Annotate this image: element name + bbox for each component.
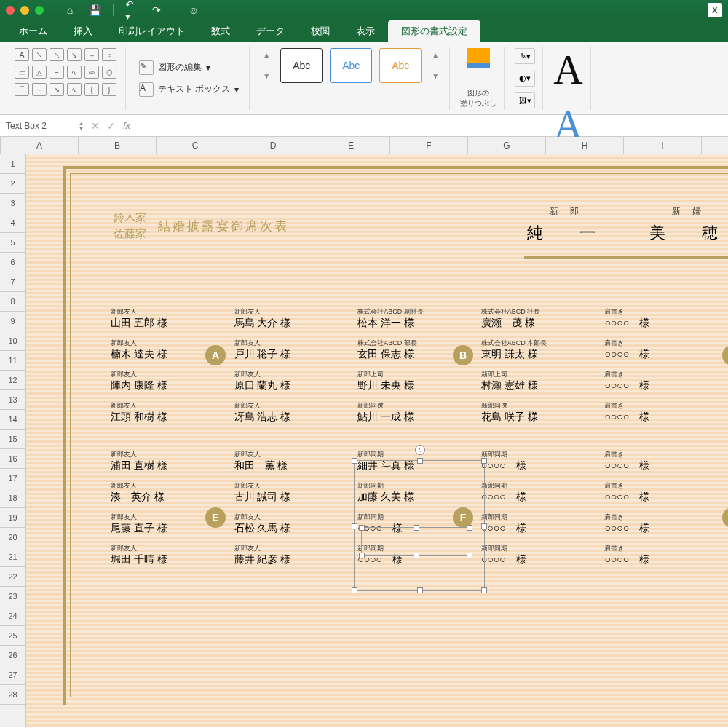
col-header[interactable]: E — [312, 137, 390, 154]
fx-icon[interactable]: fx — [123, 120, 130, 131]
col-header[interactable]: D — [234, 137, 312, 154]
col-header[interactable]: I — [624, 137, 702, 154]
edit-shape-button[interactable]: ✎図形の編集 ▾ — [136, 59, 242, 76]
resize-handle[interactable] — [414, 525, 419, 531]
shape-textbox-icon[interactable]: A — [15, 48, 29, 61]
home-icon[interactable]: ⌂ — [63, 4, 76, 17]
minimize-icon[interactable] — [20, 6, 29, 15]
shape-oval-icon[interactable]: ○ — [102, 48, 116, 61]
shapes-gallery[interactable]: A＼＼↘→○ ▭△⌐∿⇨⬡ ⌒⌣∿∿{} — [7, 47, 126, 110]
shape-arc-icon[interactable]: ⌒ — [15, 83, 29, 96]
close-icon[interactable] — [6, 6, 15, 15]
tab-shape-format[interactable]: 図形の書式設定 — [388, 20, 480, 42]
tab-formulas[interactable]: 数式 — [198, 20, 243, 42]
selection-box-outer[interactable]: ↻ — [354, 460, 485, 591]
shape-style-3[interactable]: Abc — [379, 48, 422, 83]
resize-handle[interactable] — [352, 458, 357, 464]
shape-curve2-icon[interactable]: ∿ — [50, 83, 64, 96]
row-header[interactable]: 7 — [0, 272, 25, 292]
row-header[interactable]: 5 — [0, 233, 25, 253]
col-header[interactable]: F — [390, 137, 468, 154]
row-header[interactable]: 27 — [0, 665, 25, 685]
row-header[interactable]: 16 — [0, 449, 25, 469]
row-header[interactable]: 1 — [0, 154, 25, 174]
shape-arc2-icon[interactable]: ⌣ — [32, 83, 47, 96]
shape-style-2[interactable]: Abc — [330, 48, 372, 83]
shape-curve3-icon[interactable]: ∿ — [67, 83, 82, 96]
resize-handle[interactable] — [417, 458, 423, 464]
wordart-style-1[interactable]: A — [553, 47, 582, 93]
name-box-spinner[interactable]: ▲▼ — [79, 121, 84, 131]
rotate-handle-icon[interactable]: ↻ — [415, 445, 425, 455]
shape-brace-r-icon[interactable]: } — [102, 83, 116, 96]
save-icon[interactable]: 💾 — [88, 4, 101, 17]
tab-home[interactable]: ホーム — [6, 20, 60, 42]
resize-handle[interactable] — [481, 587, 487, 593]
tab-review[interactable]: 校閲 — [298, 20, 343, 42]
shape-block-arrow-icon[interactable]: ⇨ — [84, 66, 99, 79]
gallery-down-icon[interactable]: ▼ — [263, 72, 270, 80]
text-box-button[interactable]: Aテキスト ボックス ▾ — [136, 81, 242, 98]
row-header[interactable]: 11 — [0, 351, 25, 371]
shape-effects-button[interactable]: ◐▾ — [515, 71, 535, 87]
row-header[interactable]: 3 — [0, 194, 25, 213]
shape-curve-icon[interactable]: ∿ — [67, 66, 82, 79]
shape-hex-icon[interactable]: ⬡ — [102, 66, 116, 79]
resize-handle[interactable] — [359, 553, 365, 558]
cell-area[interactable]: 鈴木家佐藤家 結婚披露宴御席次表 新 郎純 一 新 婦美 穂 ABCEFG新郎友… — [26, 154, 728, 727]
shape-line2-icon[interactable]: ＼ — [50, 48, 64, 61]
row-header[interactable]: 8 — [0, 292, 25, 312]
redo-icon[interactable]: ↷ — [150, 4, 163, 17]
undo-icon[interactable]: ↶ ▾ — [125, 4, 138, 17]
row-header[interactable]: 6 — [0, 253, 25, 272]
row-header[interactable]: 20 — [0, 528, 25, 547]
shape-connector-icon[interactable]: ↘ — [67, 48, 82, 61]
shape-tri-icon[interactable]: △ — [32, 66, 47, 79]
row-header[interactable]: 22 — [0, 567, 25, 587]
resize-handle[interactable] — [414, 553, 419, 558]
row-header[interactable]: 13 — [0, 390, 25, 410]
resize-handle[interactable] — [467, 525, 472, 531]
smiley-icon[interactable]: ☺ — [187, 4, 200, 17]
row-header[interactable]: 15 — [0, 430, 25, 449]
resize-handle[interactable] — [481, 458, 487, 464]
shape-style-1[interactable]: Abc — [280, 48, 323, 83]
confirm-formula-icon[interactable]: ✓ — [107, 120, 116, 132]
cancel-formula-icon[interactable]: ✕ — [91, 120, 100, 132]
gallery-up2-icon[interactable]: ▲ — [432, 51, 439, 59]
row-header[interactable]: 19 — [0, 508, 25, 528]
resize-handle[interactable] — [352, 587, 357, 593]
maximize-icon[interactable] — [35, 6, 44, 15]
col-header[interactable]: H — [546, 137, 624, 154]
col-header[interactable]: B — [79, 137, 157, 154]
name-box[interactable]: Text Box 2 — [6, 121, 71, 131]
resize-handle[interactable] — [359, 525, 365, 531]
tab-insert[interactable]: 挿入 — [60, 20, 106, 42]
col-header[interactable]: C — [157, 137, 234, 154]
col-header[interactable]: G — [468, 137, 546, 154]
row-header[interactable]: 21 — [0, 547, 25, 567]
col-header[interactable]: J — [702, 137, 728, 154]
shape-line-icon[interactable]: ＼ — [32, 48, 47, 61]
row-header[interactable]: 14 — [0, 410, 25, 430]
shape-rect-icon[interactable]: ▭ — [15, 66, 29, 79]
row-header[interactable]: 18 — [0, 488, 25, 508]
row-header[interactable]: 26 — [0, 646, 25, 665]
row-header[interactable]: 17 — [0, 469, 25, 488]
selection-box-inner[interactable] — [361, 527, 470, 556]
gallery-up-icon[interactable]: ▲ — [263, 51, 270, 59]
shape-brace-l-icon[interactable]: { — [84, 83, 99, 96]
shape-picture-button[interactable]: 🖼▾ — [515, 92, 535, 108]
tab-page-layout[interactable]: 印刷レイアウト — [106, 20, 198, 42]
row-header[interactable]: 25 — [0, 626, 25, 646]
resize-handle[interactable] — [352, 523, 357, 529]
gallery-more-icon[interactable]: ▼ — [432, 72, 439, 80]
resize-handle[interactable] — [467, 553, 472, 558]
col-header[interactable]: A — [1, 137, 79, 154]
tab-view[interactable]: 表示 — [343, 20, 388, 42]
row-header[interactable]: 9 — [0, 312, 25, 331]
row-header[interactable]: 23 — [0, 587, 25, 606]
shape-arrow-icon[interactable]: → — [84, 48, 99, 61]
shape-elbow-icon[interactable]: ⌐ — [50, 66, 64, 79]
tab-data[interactable]: データ — [243, 20, 298, 42]
